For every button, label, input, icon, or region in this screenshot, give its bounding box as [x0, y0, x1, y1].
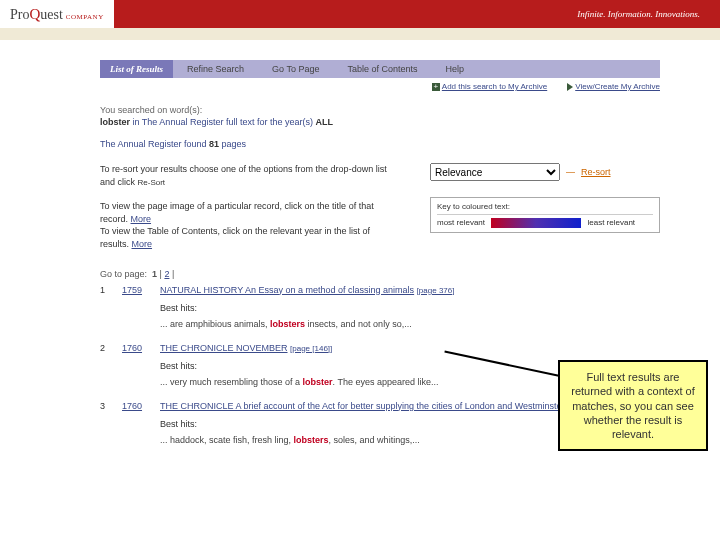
key-title: Key to coloured text:: [437, 202, 653, 211]
proquest-logo: ProQuest COMPANY: [10, 6, 104, 23]
tab-table-of-contents[interactable]: Table of Contents: [333, 64, 431, 74]
result-title-link[interactable]: NATURAL HISTORY An Essay on a method of …: [160, 285, 414, 295]
logo-container: ProQuest COMPANY: [0, 0, 114, 28]
more-link-1[interactable]: More: [131, 214, 152, 224]
arrow-icon: [567, 83, 573, 91]
key-least: least relevant: [588, 218, 636, 227]
more-link-2[interactable]: More: [132, 239, 153, 249]
result-title-link[interactable]: THE CHRONICLE A brief account of the Act…: [160, 401, 574, 411]
tab-list-of-results[interactable]: List of Results: [100, 60, 173, 78]
searched-detail: lobster in The Annual Register full text…: [100, 117, 660, 127]
sort-select[interactable]: Relevance: [430, 163, 560, 181]
top-banner: ProQuest COMPANY Infinite. Information. …: [0, 0, 720, 28]
page-2-link[interactable]: 2: [164, 269, 169, 279]
resort-button[interactable]: Re-sort: [581, 167, 611, 177]
subnav: +Add this search to My Archive View/Crea…: [100, 78, 660, 95]
result-year-link[interactable]: 1759: [122, 285, 142, 295]
tab-refine-search[interactable]: Refine Search: [173, 64, 258, 74]
result-page-link[interactable]: [page 376]: [417, 286, 455, 295]
result-year-link[interactable]: 1760: [122, 401, 142, 411]
tab-help[interactable]: Help: [431, 64, 478, 74]
tab-bar: List of Results Refine Search Go To Page…: [100, 60, 660, 78]
sort-row: Relevance — Re-sort: [430, 163, 660, 181]
result-number: 1: [100, 285, 110, 329]
page-current: 1: [152, 269, 157, 279]
instructions: To re-sort your results choose one of th…: [100, 163, 400, 251]
result-number: 2: [100, 343, 110, 387]
key-most: most relevant: [437, 218, 485, 227]
best-hits-label: Best hits:: [160, 303, 660, 313]
add-to-archive-link[interactable]: Add this search to My Archive: [442, 82, 547, 91]
searched-label: You searched on word(s):: [100, 105, 660, 115]
relevance-gradient: [491, 218, 581, 228]
annotation-callout: Full text results are returned with a co…: [558, 360, 708, 451]
tab-go-to-page[interactable]: Go To Page: [258, 64, 333, 74]
result-row: 1 1759 NATURAL HISTORY An Essay on a met…: [100, 285, 660, 329]
paging: Go to page: 1 | 2 |: [100, 269, 660, 279]
hit-context: ... are amphibious animals, lobsters ins…: [160, 319, 660, 329]
result-title-link[interactable]: THE CHRONICLE NOVEMBER: [160, 343, 288, 353]
search-term: lobster: [100, 117, 130, 127]
result-page-link[interactable]: [page [146]]: [290, 344, 332, 353]
view-archive-link[interactable]: View/Create My Archive: [575, 82, 660, 91]
result-year-link[interactable]: 1760: [122, 343, 142, 353]
tagline: Infinite. Information. Innovations.: [577, 9, 720, 19]
result-number: 3: [100, 401, 110, 445]
plus-icon: +: [432, 83, 440, 91]
beige-strip: [0, 28, 720, 40]
key-box: Key to coloured text: most relevant leas…: [430, 197, 660, 233]
found-line: The Annual Register found 81 pages: [100, 139, 660, 149]
